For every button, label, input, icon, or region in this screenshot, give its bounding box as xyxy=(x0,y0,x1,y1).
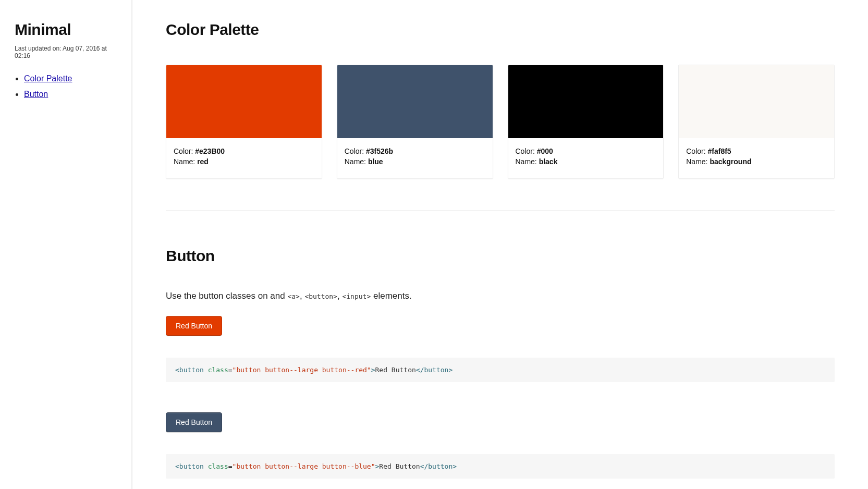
swatch-card: Color: #faf8f5 Name: background xyxy=(678,65,835,179)
code-snippet: <button class="button button--large butt… xyxy=(166,454,835,479)
main-content: Color Palette Color: #e23B00 Name: red C… xyxy=(132,0,868,489)
button-example-row: Red Button xyxy=(166,316,835,336)
sidebar-link[interactable]: Button xyxy=(24,90,48,99)
desc-text: elements. xyxy=(371,291,411,301)
desc-text: Use the button classes on and xyxy=(166,291,287,301)
sidebar-nav: Color Palette Button xyxy=(15,74,117,99)
last-updated: Last updated on: Aug 07, 2016 at 02:16 xyxy=(15,45,117,59)
palette-grid: Color: #e23B00 Name: red Color: #3f526b … xyxy=(166,65,835,179)
site-title: Minimal xyxy=(15,21,117,39)
desc-sep: , xyxy=(300,291,304,301)
red-button[interactable]: Red Button xyxy=(166,316,222,336)
code-snippet: <button class="button button--large butt… xyxy=(166,358,835,382)
swatch-name-value: background xyxy=(710,157,751,166)
code-token: > xyxy=(371,366,375,374)
color-swatch-red xyxy=(166,65,322,138)
section-heading-color-palette: Color Palette xyxy=(166,21,835,39)
color-swatch-background xyxy=(679,65,834,138)
swatch-card: Color: #e23B00 Name: red xyxy=(166,65,322,179)
sidebar-link[interactable]: Color Palette xyxy=(24,74,72,83)
code-token: "button button--large button--red" xyxy=(233,366,371,374)
section-divider xyxy=(166,210,835,211)
swatch-card: Color: #000 Name: black xyxy=(508,65,664,179)
swatch-meta: Color: #3f526b Name: blue xyxy=(337,138,493,178)
swatch-color-value: #e23B00 xyxy=(195,147,225,155)
swatch-color-label: Color: xyxy=(686,147,707,155)
color-swatch-blue xyxy=(337,65,493,138)
color-swatch-black xyxy=(508,65,664,138)
code-token: button xyxy=(179,462,204,470)
code-token: </button> xyxy=(420,462,457,470)
swatch-meta: Color: #faf8f5 Name: background xyxy=(679,138,834,178)
code-token: = xyxy=(228,462,233,470)
swatch-name-label: Name: xyxy=(174,157,197,166)
desc-code-input: <input> xyxy=(342,292,371,300)
swatch-color-label: Color: xyxy=(174,147,195,155)
sidebar: Minimal Last updated on: Aug 07, 2016 at… xyxy=(0,0,132,489)
code-token: < xyxy=(175,462,179,470)
desc-code-button: <button> xyxy=(304,292,337,300)
code-token: Red Button xyxy=(375,366,416,374)
code-token: Red Button xyxy=(379,462,420,470)
swatch-name-label: Name: xyxy=(686,157,710,166)
swatch-card: Color: #3f526b Name: blue xyxy=(337,65,493,179)
code-token: class xyxy=(208,366,228,374)
swatch-meta: Color: #e23B00 Name: red xyxy=(166,138,322,178)
swatch-color-label: Color: xyxy=(345,147,366,155)
swatch-color-value: #000 xyxy=(537,147,553,155)
swatch-name-value: black xyxy=(539,157,558,166)
blue-button[interactable]: Red Button xyxy=(166,412,222,432)
code-token: class xyxy=(208,462,228,470)
swatch-color-label: Color: xyxy=(516,147,537,155)
section-heading-button: Button xyxy=(166,247,835,265)
swatch-name-value: red xyxy=(197,157,209,166)
button-example-row: Red Button xyxy=(166,412,835,432)
code-token: "button button--large button--blue" xyxy=(233,462,375,470)
code-token: = xyxy=(228,366,233,374)
swatch-name-value: blue xyxy=(368,157,383,166)
sidebar-item-button[interactable]: Button xyxy=(24,90,117,99)
button-section-description: Use the button classes on and <a>, <butt… xyxy=(166,291,835,301)
swatch-name-label: Name: xyxy=(516,157,539,166)
swatch-meta: Color: #000 Name: black xyxy=(508,138,664,178)
code-token: button xyxy=(179,366,204,374)
code-token: < xyxy=(175,366,179,374)
sidebar-item-color-palette[interactable]: Color Palette xyxy=(24,74,117,83)
swatch-name-label: Name: xyxy=(345,157,368,166)
swatch-color-value: #3f526b xyxy=(366,147,393,155)
desc-code-a: <a> xyxy=(287,292,299,300)
code-token: </button> xyxy=(416,366,453,374)
code-token xyxy=(204,462,208,470)
code-token xyxy=(204,366,208,374)
swatch-color-value: #faf8f5 xyxy=(707,147,731,155)
